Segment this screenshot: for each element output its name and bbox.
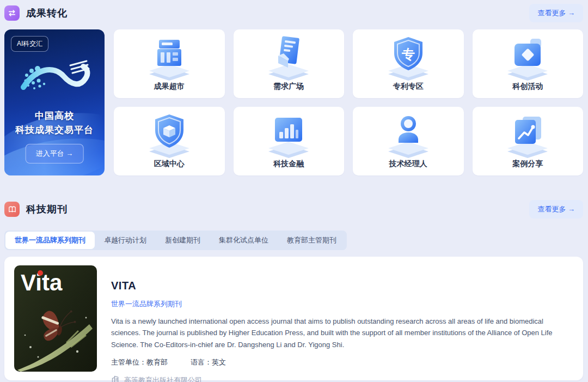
finance-chart-icon: [264, 110, 313, 159]
tab-newly-created-journals[interactable]: 新创建期刊: [156, 232, 210, 249]
card-regional-center[interactable]: 区域中心: [114, 107, 225, 175]
grid-card-label: 区域中心: [154, 159, 185, 169]
grid-card-label: 需求广场: [273, 82, 304, 92]
journal-name: VITA: [111, 280, 572, 292]
region-shield-icon: [145, 110, 194, 159]
journal-supervisor: 主管单位：教育部: [111, 357, 168, 367]
card-achievement-market[interactable]: 成果超市: [114, 29, 225, 98]
patent-shield-icon: 专: [384, 33, 433, 82]
language-label: 语言：: [191, 358, 212, 366]
card-innovation-activity[interactable]: 科创活动: [473, 29, 584, 98]
card-tech-manager[interactable]: 技术经理人: [353, 107, 464, 175]
journal-info: VITA 世界一流品牌系列期刊 Vita is a newly launched…: [111, 265, 572, 372]
grid-card-label: 科技金融: [273, 159, 304, 169]
activity-camera-icon: [503, 33, 552, 82]
transform-section-title: 成果转化: [26, 7, 68, 20]
page: 成果转化 查看更多 → AI科交汇: [0, 0, 588, 380]
building-icon: [111, 375, 120, 382]
banner-title-line2: 科技成果交易平台: [4, 123, 105, 137]
tab-moe-supervised-journals[interactable]: 教育部主管期刊: [278, 232, 346, 249]
banner-title-line1: 中国高校: [4, 109, 105, 123]
journal-card-vita[interactable]: Vita VITA 世界一流品牌系列期刊 Vita is a newly lau…: [4, 257, 583, 380]
transform-view-more-button[interactable]: 查看更多 →: [529, 4, 583, 22]
grid-card-label: 成果超市: [154, 82, 185, 92]
card-demand-plaza[interactable]: 需求广场: [234, 29, 345, 98]
patent-glyph: 专: [401, 47, 415, 62]
transform-header-left: 成果转化: [4, 5, 68, 21]
grid-card-label: 专利专区: [393, 82, 424, 92]
card-patent-zone[interactable]: 专 专利专区: [353, 29, 464, 98]
journal-tabs: 世界一流品牌系列期刊 卓越行动计划 新创建期刊 集群化试点单位 教育部主管期刊: [4, 231, 347, 250]
infinity-swirl-logo-icon: [14, 56, 95, 105]
ai-exchange-badge: AI科交汇: [11, 36, 48, 52]
journals-view-more-button[interactable]: 查看更多 →: [529, 200, 583, 219]
journal-language: 语言：英文: [191, 357, 226, 367]
journals-header-left: 科技期刊: [4, 202, 68, 217]
journals-section-title: 科技期刊: [26, 203, 68, 216]
transform-content-row: AI科交汇: [4, 29, 583, 175]
tab-excellence-action-plan[interactable]: 卓越行动计划: [95, 232, 156, 249]
grid-card-label: 技术经理人: [389, 159, 427, 169]
journal-meta-row: 主管单位：教育部 语言：英文: [111, 357, 572, 367]
language-value: 英文: [212, 358, 226, 366]
platform-banner[interactable]: AI科交汇: [4, 29, 105, 175]
supervisor-value: 教育部: [146, 358, 168, 366]
transform-section-header: 成果转化 查看更多 →: [4, 4, 583, 22]
journals-section-header: 科技期刊 查看更多 →: [4, 201, 583, 218]
open-book-icon: [4, 202, 20, 217]
exchange-icon: [4, 5, 20, 21]
tab-cluster-pilot-units[interactable]: 集群化试点单位: [210, 232, 278, 249]
journal-publisher-row: 高等教育出版社有限公司: [111, 375, 572, 382]
tab-world-class-brand-journals[interactable]: 世界一流品牌系列期刊: [5, 232, 95, 249]
card-tech-finance[interactable]: 科技金融: [234, 107, 345, 175]
grid-card-label: 科创活动: [512, 82, 543, 92]
banner-title: 中国高校 科技成果交易平台: [4, 109, 105, 138]
journal-category-link[interactable]: 世界一流品牌系列期刊: [111, 299, 182, 309]
enter-platform-button[interactable]: 进入平台 →: [26, 144, 84, 163]
case-share-icon: [503, 110, 552, 159]
market-icon: [145, 33, 194, 82]
journal-cover-image[interactable]: Vita: [14, 265, 97, 372]
transform-section: 成果转化 查看更多 → AI科交汇: [4, 4, 583, 175]
card-case-sharing[interactable]: 案例分享: [473, 107, 584, 175]
tech-manager-icon: [384, 110, 433, 159]
transform-grid: 成果超市: [114, 29, 583, 175]
grid-card-label: 案例分享: [512, 159, 543, 169]
demand-doc-icon: [264, 33, 313, 82]
journals-section: 科技期刊 查看更多 → 世界一流品牌系列期刊 卓越行动计划 新创建期刊 集群化试…: [4, 201, 583, 380]
journal-publisher: 高等教育出版社有限公司: [124, 375, 202, 382]
journal-description: Vita is a newly launched international o…: [111, 316, 572, 350]
supervisor-label: 主管单位：: [111, 358, 146, 366]
